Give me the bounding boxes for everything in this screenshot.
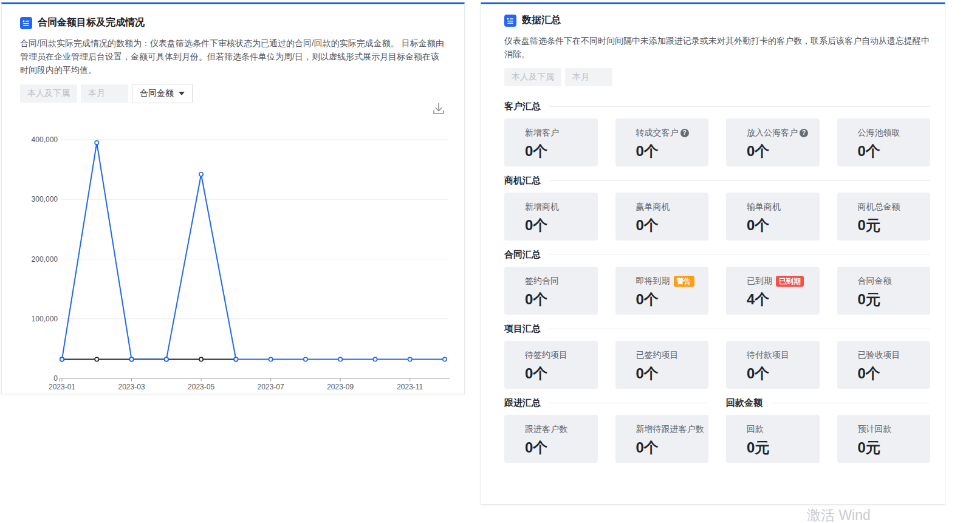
stat-card-跟进客户数[interactable]: 跟进客户数0个	[504, 415, 598, 463]
data-point[interactable]	[60, 357, 64, 361]
data-point[interactable]	[373, 357, 377, 361]
x-tick-label: 2023-05	[188, 383, 214, 391]
section-商机汇总: 商机汇总新增商机0个赢单商机0个输单商机0个商机总金额0元	[504, 175, 930, 241]
stat-label-row: 赢单商机	[636, 202, 704, 213]
stat-card-转成交客户[interactable]: 转成交客户?0个	[615, 118, 709, 166]
stat-card-放入公海客户[interactable]: 放入公海客户?0个	[726, 118, 820, 166]
data-point[interactable]	[129, 357, 133, 361]
section-header: 项目汇总	[504, 323, 930, 335]
stat-card-待签约项目[interactable]: 待签约项目0个	[504, 341, 598, 389]
stat-label-row: 预计回款	[858, 424, 926, 435]
help-icon[interactable]: ?	[680, 129, 689, 137]
stat-label: 合同金额	[858, 276, 892, 287]
stat-card-即将到期[interactable]: 即将到期警告0个	[615, 267, 709, 315]
stat-card-row: 新增客户0个转成交客户?0个放入公海客户?0个公海池领取0个	[504, 118, 930, 166]
stat-card-已验收项目[interactable]: 已验收项目0个	[837, 341, 931, 389]
stat-label: 赢单商机	[636, 202, 670, 213]
metric-dropdown-label: 合同金额	[140, 88, 174, 99]
stat-card-新增客户[interactable]: 新增客户0个	[504, 118, 598, 166]
stat-label-row: 放入公海客户?	[747, 128, 815, 138]
data-point[interactable]	[199, 173, 203, 176]
stat-value: 0个	[636, 438, 704, 457]
section-divider	[549, 329, 930, 329]
stat-card-回款[interactable]: 回款0元	[726, 415, 820, 463]
download-icon[interactable]	[431, 101, 446, 117]
stat-card-row: 签约合同0个即将到期警告0个已到期已到期4个合同金额0元	[504, 267, 930, 315]
data-point[interactable]	[443, 357, 447, 361]
data-point[interactable]	[95, 357, 98, 361]
stat-label-row: 新增待跟进客户数	[636, 424, 704, 435]
help-icon[interactable]: ?	[800, 129, 808, 137]
metric-dropdown[interactable]: 合同金额	[132, 84, 193, 103]
stat-card-新增待跟进客户数[interactable]: 新增待跟进客户数0个	[615, 415, 709, 463]
section-header: 商机汇总	[504, 175, 930, 186]
report-icon	[20, 17, 32, 29]
filter-row: 本人及下属 本月 合同金额	[20, 84, 446, 103]
stat-card-输单商机[interactable]: 输单商机0个	[726, 193, 820, 241]
stat-card-商机总金额[interactable]: 商机总金额0元	[837, 193, 931, 241]
stat-card-赢单商机[interactable]: 赢单商机0个	[615, 193, 709, 241]
data-point[interactable]	[408, 357, 412, 361]
panel-header: 合同金额目标及完成情况	[20, 16, 446, 29]
stat-value: 0元	[858, 438, 926, 457]
stat-card-待付款项目[interactable]: 待付款项目0个	[726, 341, 820, 389]
y-tick-label: 200,000	[32, 255, 58, 264]
y-tick-label: 400,000	[32, 135, 58, 144]
panel-title: 数据汇总	[522, 14, 561, 27]
section-divider	[771, 403, 930, 403]
stat-label-row: 转成交客户?	[636, 128, 704, 138]
y-tick-label: 300,000	[32, 195, 58, 203]
data-point[interactable]	[199, 357, 203, 361]
stat-value: 0元	[858, 216, 926, 235]
stat-card-新增商机[interactable]: 新增商机0个	[504, 193, 598, 241]
stat-label-row: 输单商机	[747, 202, 815, 213]
panel-header: 数据汇总	[504, 14, 930, 27]
stat-label-row: 公海池领取	[858, 128, 926, 138]
stat-card-已签约项目[interactable]: 已签约项目0个	[615, 341, 709, 389]
status-badge: 已到期	[776, 276, 804, 287]
period-filter-button[interactable]: 本月	[81, 84, 128, 103]
data-point[interactable]	[95, 141, 98, 145]
data-point[interactable]	[338, 357, 342, 361]
stat-value: 0个	[525, 216, 593, 235]
stat-label-row: 签约合同	[525, 276, 593, 287]
stat-card-预计回款[interactable]: 预计回款0元	[837, 415, 931, 463]
data-point[interactable]	[165, 357, 168, 361]
stat-card-合同金额[interactable]: 合同金额0元	[837, 267, 931, 315]
stat-card-已到期[interactable]: 已到期已到期4个	[726, 267, 820, 315]
stat-label-row: 商机总金额	[858, 202, 926, 213]
period-filter-button[interactable]: 本月	[565, 68, 612, 86]
series-line-实际完成金额	[62, 143, 445, 360]
stat-label: 预计回款	[858, 424, 892, 435]
section-title: 项目汇总	[504, 323, 541, 335]
stat-label-row: 即将到期警告	[636, 276, 704, 287]
stat-value: 0个	[525, 142, 593, 161]
panel-description: 合同/回款实际完成情况的数额为：仪表盘筛选条件下审核状态为已通过的合同/回款的实…	[20, 36, 446, 77]
stat-card-签约合同[interactable]: 签约合同0个	[504, 267, 598, 315]
data-point[interactable]	[234, 357, 238, 361]
stat-value: 0元	[858, 290, 926, 309]
stat-label: 转成交客户	[636, 128, 679, 138]
x-tick-label: 2023-03	[118, 383, 145, 391]
section-回款金额: 回款金额回款0元预计回款0元	[726, 397, 930, 463]
contract-line-chart[interactable]: 400,000300,000200,000100,00002023-012023…	[2, 120, 464, 394]
stat-label: 新增商机	[525, 202, 559, 213]
stat-card-公海池领取[interactable]: 公海池领取0个	[837, 118, 931, 166]
data-point[interactable]	[304, 357, 307, 361]
stat-label-row: 回款	[747, 424, 815, 435]
stat-value: 0个	[858, 142, 926, 161]
report-icon	[504, 15, 516, 27]
stat-value: 0个	[525, 364, 593, 383]
data-point[interactable]	[269, 357, 272, 361]
stat-value: 0个	[747, 216, 815, 235]
section-title: 客户汇总	[504, 101, 541, 112]
stat-card-row: 回款0元预计回款0元	[726, 415, 930, 463]
scope-filter-button[interactable]: 本人及下属	[20, 84, 77, 103]
chevron-down-icon	[179, 92, 185, 95]
y-tick-label: 0	[53, 374, 58, 383]
stat-label: 放入公海客户	[747, 128, 798, 138]
stat-label-row: 待付款项目	[747, 350, 815, 361]
stat-label-row: 已到期已到期	[747, 276, 815, 287]
stat-value: 0个	[858, 364, 926, 383]
scope-filter-button[interactable]: 本人及下属	[504, 68, 561, 86]
